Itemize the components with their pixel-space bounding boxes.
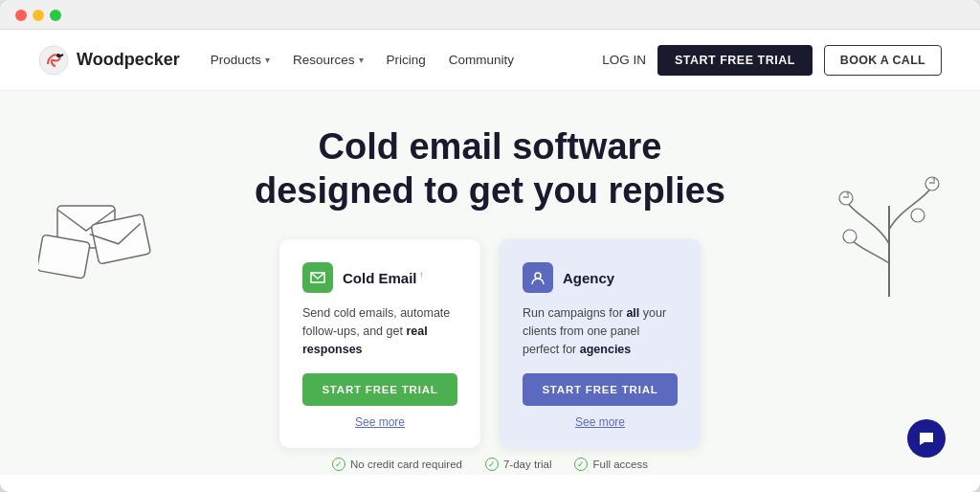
chat-icon — [917, 429, 936, 448]
check-icon: ✓ — [485, 458, 499, 471]
cold-email-icon — [302, 262, 333, 293]
agency-card: Agency Run campaigns for all your client… — [500, 239, 701, 448]
browser-window: Woodpecker Products ▾ Resources ▾ Pricin… — [0, 0, 980, 492]
nav-start-trial-button[interactable]: START FREE TRIAL — [657, 45, 813, 76]
svg-point-8 — [911, 209, 924, 222]
nav-community[interactable]: Community — [449, 53, 514, 67]
nav-products[interactable]: Products ▾ — [211, 53, 270, 67]
trust-badges: ✓ No credit card required ✓ 7-day trial … — [19, 448, 961, 475]
page-content: Woodpecker Products ▾ Resources ▾ Pricin… — [0, 30, 980, 475]
minimize-button[interactable] — [33, 10, 44, 21]
svg-point-9 — [535, 273, 541, 279]
cold-email-see-more[interactable]: See more — [302, 415, 457, 429]
badge-trial: ✓ 7-day trial — [485, 458, 552, 471]
logo-area[interactable]: Woodpecker — [38, 45, 180, 76]
svg-point-1 — [56, 54, 60, 57]
agency-see-more[interactable]: See more — [523, 415, 678, 429]
traffic-lights — [15, 10, 61, 21]
agency-card-header: Agency — [523, 262, 678, 293]
logo-text: Woodpecker — [77, 50, 180, 70]
cold-email-desc: Send cold emails, automate follow-ups, a… — [302, 304, 457, 358]
cold-email-title: Cold Email ↑ — [343, 270, 424, 286]
agency-title: Agency — [563, 270, 614, 286]
check-icon: ✓ — [332, 458, 345, 471]
badge-full-access: ✓ Full access — [574, 458, 648, 471]
cold-email-card: Cold Email ↑ Send cold emails, automate … — [279, 239, 480, 448]
nav-actions: LOG IN START FREE TRIAL BOOK A CALL — [602, 45, 942, 76]
agency-trial-button[interactable]: START FREE TRIAL — [523, 373, 678, 406]
maximize-button[interactable] — [50, 10, 61, 21]
agency-desc: Run campaigns for all your clients from … — [523, 304, 678, 358]
nav-pricing[interactable]: Pricing — [387, 53, 426, 67]
badge-no-cc: ✓ No credit card required — [332, 458, 462, 471]
check-icon: ✓ — [574, 458, 588, 471]
chevron-down-icon: ▾ — [265, 55, 270, 65]
chat-fab-button[interactable] — [907, 419, 946, 458]
cold-email-trial-button[interactable]: START FREE TRIAL — [302, 373, 457, 406]
product-cards: Cold Email ↑ Send cold emails, automate … — [19, 239, 961, 448]
logo-icon — [38, 45, 69, 76]
agency-icon — [523, 262, 553, 293]
nav-links: Products ▾ Resources ▾ Pricing Community — [211, 53, 603, 67]
chevron-down-icon: ▾ — [359, 55, 364, 65]
book-call-button[interactable]: BOOK A CALL — [824, 45, 942, 76]
login-button[interactable]: LOG IN — [602, 53, 646, 67]
close-button[interactable] — [15, 10, 27, 21]
nav-resources[interactable]: Resources ▾ — [293, 53, 364, 67]
hero-section: Cold email software designed to get you … — [0, 91, 980, 475]
cold-email-card-header: Cold Email ↑ — [302, 262, 457, 293]
navbar: Woodpecker Products ▾ Resources ▾ Pricin… — [0, 30, 980, 91]
browser-chrome — [0, 0, 980, 30]
